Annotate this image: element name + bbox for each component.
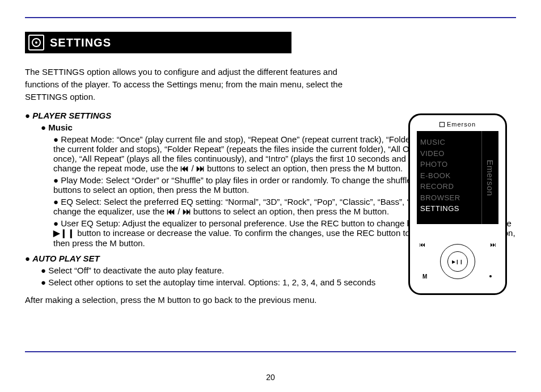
menu-item: E-BOOK <box>420 170 478 182</box>
device-prev-icon: ⏮ <box>419 241 425 248</box>
device-brand: Emerson <box>417 121 498 128</box>
device-illustration: Emerson MUSIC VIDEO PHOTO E-BOOK RECORD … <box>408 113 507 295</box>
device-m-button: M <box>422 273 427 280</box>
playpause-icon: ▶❙❙ <box>53 228 75 238</box>
menu-item: RECORD <box>420 181 478 192</box>
divider-bottom <box>25 351 516 352</box>
section-heading: SETTINGS <box>25 32 291 53</box>
menu-item: VIDEO <box>420 148 478 159</box>
device-wheel: ▶❙❙ <box>440 244 475 279</box>
settings-icon <box>28 35 44 50</box>
next-icon: ⏭ <box>183 206 191 216</box>
device-side-brand: Emerson <box>481 131 498 224</box>
prev-icon: ⏮ <box>180 163 189 173</box>
menu-item: PHOTO <box>420 159 478 170</box>
device-screen: MUSIC VIDEO PHOTO E-BOOK RECORD BROWSER … <box>417 131 498 224</box>
closing-note: After making a selection, press the M bu… <box>25 295 516 305</box>
intro-paragraph: The SETTINGS option allows you to config… <box>25 66 360 103</box>
divider-top <box>25 17 516 18</box>
device-rec-button <box>489 275 492 277</box>
device-next-icon: ⏭ <box>490 241 496 248</box>
next-icon: ⏭ <box>196 163 205 173</box>
heading-text: SETTINGS <box>50 36 111 49</box>
page-number: 20 <box>0 373 541 382</box>
menu-item-selected: SETTINGS <box>420 203 478 214</box>
device-play-button: ▶❙❙ <box>447 251 468 272</box>
menu-item: BROWSER <box>420 192 478 204</box>
prev-icon: ⏮ <box>167 206 175 216</box>
menu-item: MUSIC <box>420 137 478 148</box>
